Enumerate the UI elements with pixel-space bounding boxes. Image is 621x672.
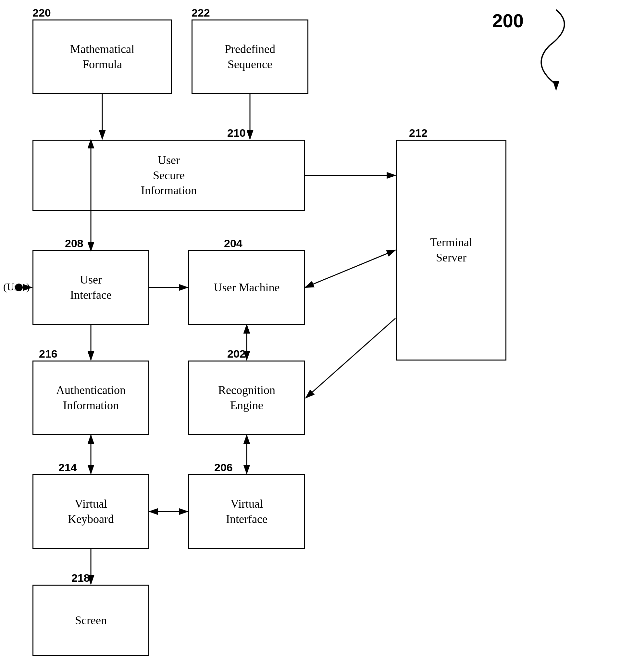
terminal-server-box: TerminalServer bbox=[396, 140, 506, 360]
screen-number: 218 bbox=[72, 571, 90, 584]
user-machine-label: User Machine bbox=[214, 280, 280, 295]
recognition-engine-label: RecognitionEngine bbox=[218, 383, 275, 413]
screen-label: Screen bbox=[75, 613, 107, 628]
user-machine-box: User Machine bbox=[188, 250, 305, 325]
svg-line-10 bbox=[305, 250, 396, 287]
predefined-sequence-box: PredefinedSequence bbox=[192, 19, 308, 94]
mathematical-formula-number: 220 bbox=[33, 6, 51, 19]
screen-box: Screen bbox=[33, 585, 149, 656]
user-interface-number: 208 bbox=[65, 237, 83, 250]
user-interface-label: UserInterface bbox=[70, 272, 112, 303]
user-interface-box: UserInterface bbox=[33, 250, 149, 325]
virtual-interface-label: VirtualInterface bbox=[226, 496, 267, 527]
authentication-information-number: 216 bbox=[39, 348, 57, 360]
terminal-server-number: 212 bbox=[409, 127, 427, 139]
diagram-number-label: 200 bbox=[492, 10, 524, 32]
mathematical-formula-box: MathematicalFormula bbox=[33, 19, 172, 94]
user-entry-label: (User) bbox=[3, 281, 30, 293]
predefined-sequence-label: PredefinedSequence bbox=[224, 42, 275, 72]
user-secure-information-label: UserSecureInformation bbox=[141, 153, 197, 198]
virtual-keyboard-number: 214 bbox=[58, 461, 77, 474]
predefined-sequence-number: 222 bbox=[192, 6, 210, 19]
user-machine-number: 204 bbox=[224, 237, 243, 250]
diagram: 200 MathematicalFormula 220 PredefinedSe… bbox=[0, 0, 621, 672]
virtual-keyboard-box: VirtualKeyboard bbox=[33, 474, 149, 549]
mathematical-formula-label: MathematicalFormula bbox=[70, 42, 134, 72]
virtual-interface-box: VirtualInterface bbox=[188, 474, 305, 549]
authentication-information-box: AuthenticationInformation bbox=[33, 360, 149, 435]
svg-line-13 bbox=[306, 318, 396, 398]
terminal-server-label: TerminalServer bbox=[430, 235, 472, 265]
virtual-keyboard-label: VirtualKeyboard bbox=[68, 496, 114, 527]
authentication-information-label: AuthenticationInformation bbox=[56, 383, 126, 413]
user-secure-information-box: UserSecureInformation bbox=[33, 140, 305, 211]
virtual-interface-number: 206 bbox=[214, 461, 233, 474]
user-secure-information-number: 210 bbox=[227, 127, 246, 139]
recognition-engine-number: 202 bbox=[227, 348, 246, 360]
recognition-engine-box: RecognitionEngine bbox=[188, 360, 305, 435]
svg-marker-0 bbox=[553, 81, 559, 91]
zigzag-arrow-icon bbox=[524, 6, 588, 104]
